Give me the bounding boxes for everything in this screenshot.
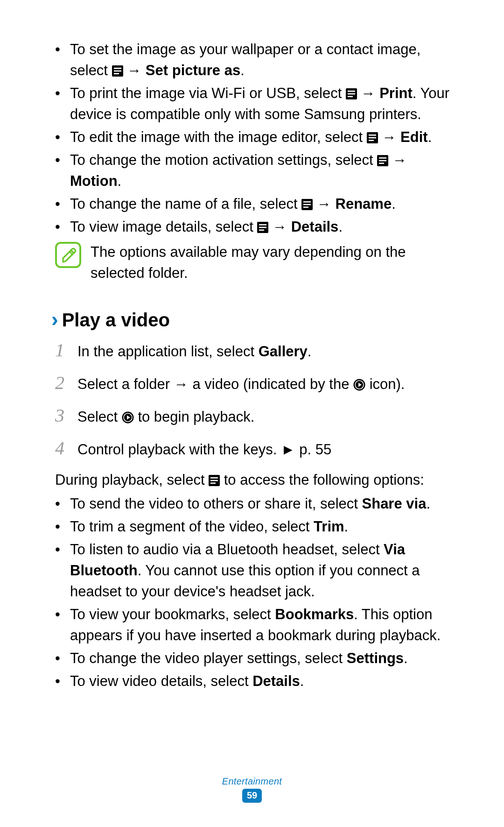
text: During playback, select <box>55 472 209 488</box>
bullet-item: To trim a segment of the video, select T… <box>55 516 453 537</box>
svg-rect-2 <box>114 71 121 72</box>
footer: Entertainment 59 <box>0 776 504 803</box>
bullet-item: To view video details, select Details. <box>55 671 453 692</box>
arrow: → <box>313 196 335 212</box>
text: to access the following options: <box>220 472 424 488</box>
svg-rect-18 <box>303 204 311 205</box>
menu-icon <box>209 475 220 486</box>
menu-icon <box>301 199 313 210</box>
steps-list: 1 In the application list, select Galler… <box>51 335 453 463</box>
text: . <box>240 62 245 78</box>
bullet-item: To change the motion activation settings… <box>55 150 453 192</box>
svg-rect-10 <box>369 137 376 138</box>
step-text: In the application list, select Gallery. <box>77 340 453 363</box>
bullet-item: To change the video player settings, sel… <box>55 648 453 669</box>
bold-text: Gallery <box>259 343 308 360</box>
svg-rect-1 <box>114 68 121 69</box>
text: . <box>392 196 396 212</box>
bold-text: Edit <box>400 129 428 145</box>
step-number: 1 <box>55 335 69 365</box>
bullet-item: To send the video to others or share it,… <box>55 494 453 515</box>
arrow: → <box>123 62 146 78</box>
svg-rect-19 <box>303 206 308 208</box>
step-number: 3 <box>55 401 69 431</box>
text: to begin playback. <box>134 409 255 425</box>
bold-text: Settings <box>347 650 404 666</box>
chevron-icon: › <box>51 309 58 330</box>
text: In the application list, select <box>77 343 259 360</box>
svg-rect-3 <box>114 73 119 74</box>
step-number: 4 <box>55 433 69 463</box>
footer-section-label: Entertainment <box>0 776 504 787</box>
menu-icon <box>377 155 388 166</box>
text: To change the name of a file, select <box>70 196 301 212</box>
svg-rect-11 <box>369 140 374 141</box>
svg-rect-21 <box>259 224 266 226</box>
arrow: → <box>357 85 379 101</box>
svg-rect-23 <box>259 229 264 231</box>
note: The options available may vary depending… <box>55 242 453 284</box>
text: Select <box>77 409 122 425</box>
step-text: Select to begin playback. <box>77 405 453 429</box>
text: . <box>118 173 122 189</box>
text: To view your bookmarks, select <box>70 606 275 622</box>
svg-rect-17 <box>303 201 311 203</box>
text: . <box>308 343 312 360</box>
svg-rect-14 <box>379 160 386 161</box>
text: To change the motion activation settings… <box>70 152 377 168</box>
text: To change the video player settings, sel… <box>70 650 347 666</box>
step: 2 Select a folder → a video (indicated b… <box>51 368 453 398</box>
bullet-item: To print the image via Wi-Fi or USB, sel… <box>55 83 453 125</box>
bullet-list-top: To set the image as your wallpaper or a … <box>55 39 453 237</box>
heading-text: Play a video <box>62 310 170 331</box>
text: To trim a segment of the video, select <box>70 518 314 535</box>
paragraph: During playback, select to access the fo… <box>55 470 453 491</box>
menu-icon <box>346 88 357 99</box>
bullet-item: To view your bookmarks, select Bookmarks… <box>55 604 453 646</box>
step-number: 2 <box>55 368 69 398</box>
text: p. 55 <box>295 441 332 458</box>
bold-text: Bookmarks <box>275 606 354 622</box>
arrow: → <box>378 129 400 145</box>
svg-rect-7 <box>348 96 353 97</box>
play-icon <box>122 411 134 424</box>
bold-text: Trim <box>314 518 344 535</box>
svg-rect-33 <box>210 480 218 481</box>
play-icon <box>353 379 365 391</box>
note-pencil-icon <box>55 242 81 268</box>
svg-rect-13 <box>379 157 386 159</box>
text: . <box>300 673 304 689</box>
arrow: → <box>388 152 407 168</box>
menu-icon <box>367 132 378 143</box>
text: To print the image via Wi-Fi or USB, sel… <box>70 85 346 101</box>
bullet-item: To set the image as your wallpaper or a … <box>55 39 453 81</box>
triangle-icon: ► <box>281 441 295 458</box>
bold-text: Details <box>291 219 339 235</box>
bullet-list-bottom: To send the video to others or share it,… <box>55 494 453 692</box>
step: 3 Select to begin playback. <box>51 401 453 431</box>
text: To listen to audio via a Bluetooth heads… <box>70 541 384 558</box>
bold-text: Print <box>379 85 413 101</box>
text: . <box>338 219 343 235</box>
text: To send the video to others or share it,… <box>70 495 362 512</box>
bold-text: Share via <box>362 495 427 512</box>
text: . <box>426 495 430 512</box>
svg-rect-32 <box>210 477 218 479</box>
text: Control playback with the keys. <box>77 441 281 458</box>
text: To edit the image with the image editor,… <box>70 129 367 145</box>
text: . <box>428 129 432 145</box>
svg-rect-6 <box>348 93 355 95</box>
bold-text: Set picture as <box>146 62 240 78</box>
step: 4 Control playback with the keys. ► p. 5… <box>51 433 453 463</box>
bold-text: Motion <box>70 173 118 189</box>
svg-rect-34 <box>210 483 216 484</box>
arrow: → <box>268 219 291 235</box>
bullet-item: To listen to audio via a Bluetooth heads… <box>55 539 453 602</box>
bullet-item: To change the name of a file, select → R… <box>55 194 453 215</box>
svg-rect-9 <box>369 134 376 136</box>
text: . <box>344 518 349 535</box>
bold-text: Details <box>252 673 300 689</box>
step-text: Select a folder → a video (indicated by … <box>77 373 453 396</box>
text: icon). <box>365 376 405 392</box>
step-text: Control playback with the keys. ► p. 55 <box>77 438 453 461</box>
